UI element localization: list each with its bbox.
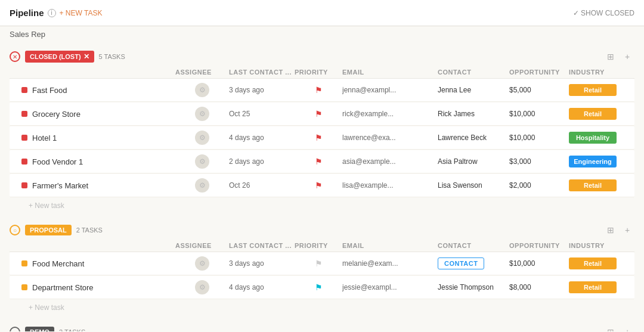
gear-icon: ⚙ [199,181,206,190]
priority-flag: ⚑ [315,157,323,166]
col-priority-1: PRIORITY [295,242,342,249]
priority-flag: ⚑ [315,85,323,95]
col-opportunity-0: OPPORTUNITY [509,69,569,76]
add-icon-demo[interactable]: + [620,325,634,331]
task-count-demo: 2 TASKS [59,328,85,331]
badge-closed[interactable]: CLOSED (LOST) ✕ [25,51,94,63]
industry-badge: Retail [569,257,617,269]
dot [21,159,27,165]
section-header-proposal: ○ PROPOSAL 2 TASKS ⊞ + [10,218,634,240]
badge-x-icon: ✕ [83,52,89,61]
priority-flag: ⚑ [315,283,323,292]
show-closed-button[interactable]: ✓ SHOW CLOSED [573,9,634,17]
industry-badge: Retail [569,179,617,191]
avatar: ⚙ [195,107,209,121]
grid-icon-demo[interactable]: ⊞ [603,325,618,331]
section-header-demo: ○ DEMO 2 TASKS ⊞ + [10,320,634,331]
section-closed: ✕ CLOSED (LOST) ✕ 5 TASKS ⊞ + ASSIGNEE L… [10,45,634,213]
table-row: Hotel 1 ⚙ 4 days ago ⚑ lawrence@exa... L… [10,126,634,150]
industry-badge: Retail [569,108,617,120]
dot [21,182,27,188]
col-email-1: EMAIL [342,242,438,249]
col-assignee-0: ASSIGNEE [175,69,229,76]
table-header-closed: ASSIGNEE LAST CONTACT ... PRIORITY EMAIL… [10,66,634,79]
dot [21,87,27,93]
col-priority-0: PRIORITY [295,69,342,76]
industry-badge: Hospitality [569,132,617,144]
col-last-contact-1: LAST CONTACT ... [229,242,295,249]
col-email-0: EMAIL [342,69,438,76]
sub-header: Sales Rep [0,26,644,45]
table-row: Farmer's Market ⚙ Oct 26 ⚑ lisa@example.… [10,174,634,197]
industry-badge: Retail [569,281,617,293]
table-row: Food Merchant ⚙ 3 days ago ⚑ melanie@exa… [10,252,634,275]
section-demo: ○ DEMO 2 TASKS ⊞ + ASSIGNEE LAST CONTACT… [10,320,634,331]
avatar: ⚙ [195,256,209,271]
avatar: ⚙ [195,154,209,169]
add-icon-closed[interactable]: + [620,49,634,64]
dot [21,260,27,266]
avatar: ⚙ [195,178,209,193]
col-contact-0: CONTACT [438,69,509,76]
col-assignee-1: ASSIGNEE [175,242,229,249]
table-row: Food Vendor 1 ⚙ 2 days ago ⚑ asia@exampl… [10,150,634,173]
industry-badge: Retail [569,84,617,96]
gear-icon: ⚙ [199,86,206,94]
priority-flag: ⚑ [315,109,323,119]
col-contact-1: CONTACT [438,242,509,249]
gear-icon: ⚙ [199,283,206,291]
info-icon[interactable]: i [48,9,56,17]
add-icon-proposal[interactable]: + [620,223,634,237]
table-row: Grocery Store ⚙ Oct 25 ⚑ rick@example...… [10,103,634,126]
badge-demo[interactable]: DEMO [25,327,54,331]
avatar: ⚙ [195,131,209,145]
contact-button[interactable]: CONTACT [438,257,484,269]
dot [21,135,27,141]
gear-icon: ⚙ [199,134,206,142]
pipeline-title: Pipeline [10,8,44,18]
new-task-link[interactable]: + New task [10,198,634,213]
task-count-proposal: 2 TASKS [76,226,103,234]
priority-flag: ⚑ [315,133,323,142]
circle-icon-closed: ✕ [10,51,20,62]
gear-icon: ⚙ [199,157,206,166]
table-row: Fast Food ⚙ 3 days ago ⚑ jenna@exampl...… [10,79,634,102]
main-content: ✕ CLOSED (LOST) ✕ 5 TASKS ⊞ + ASSIGNEE L… [0,45,644,331]
col-industry-1: INDUSTRY [569,242,634,249]
badge-proposal[interactable]: PROPOSAL [25,225,72,235]
avatar: ⚙ [195,280,209,294]
section-proposal: ○ PROPOSAL 2 TASKS ⊞ + ASSIGNEE LAST CON… [10,218,634,315]
new-task-link[interactable]: + New task [10,300,634,315]
task-count-closed: 5 TASKS [99,53,125,60]
dot [21,111,27,117]
gear-icon: ⚙ [199,259,206,268]
section-header-closed: ✕ CLOSED (LOST) ✕ 5 TASKS ⊞ + [10,45,634,66]
gear-icon: ⚙ [199,110,206,118]
grid-icon-closed[interactable]: ⊞ [603,49,618,64]
col-industry-0: INDUSTRY [569,69,634,76]
dot [21,284,27,290]
app-container: Pipeline i + NEW TASK ✓ SHOW CLOSED Sale… [0,0,644,332]
table-header-proposal: ASSIGNEE LAST CONTACT ... PRIORITY EMAIL… [10,240,634,252]
priority-flag: ⚑ [315,181,323,190]
table-row: Department Store ⚙ 4 days ago ⚑ jessie@e… [10,276,634,299]
circle-icon-proposal: ○ [10,225,20,235]
priority-flag: ⚑ [315,259,323,268]
industry-badge: Engineering [569,156,617,167]
col-opportunity-1: OPPORTUNITY [509,242,569,249]
avatar: ⚙ [195,83,209,97]
top-bar: Pipeline i + NEW TASK ✓ SHOW CLOSED [0,0,644,26]
grid-icon-proposal[interactable]: ⊞ [603,223,618,237]
sales-rep-label: Sales Rep [10,30,45,39]
new-task-button[interactable]: + NEW TASK [60,9,103,17]
circle-icon-demo: ○ [10,327,20,331]
col-last-contact-0: LAST CONTACT ... [229,69,295,76]
